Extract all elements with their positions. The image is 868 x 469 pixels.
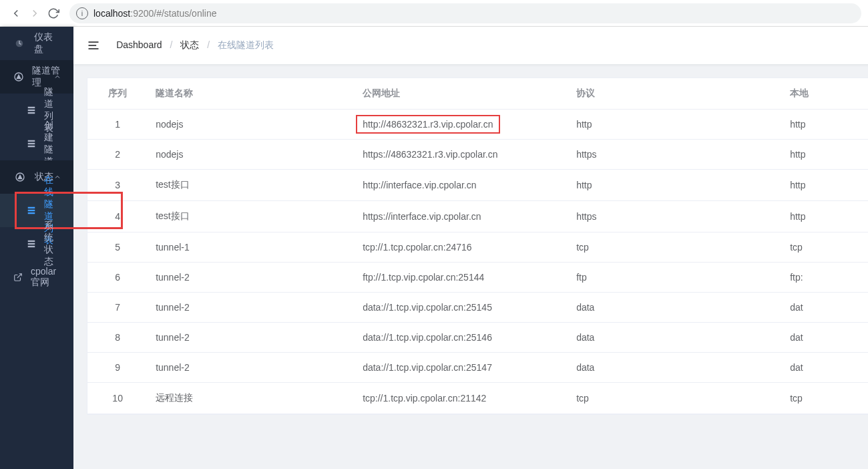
cell-proto: ftp xyxy=(568,263,782,293)
breadcrumb-status[interactable]: 状态 xyxy=(180,39,199,50)
browser-toolbar: i localhost:9200/#/status/online xyxy=(0,0,868,27)
address-bar[interactable]: i localhost:9200/#/status/online xyxy=(69,3,861,23)
header-seq: 序列 xyxy=(87,78,148,110)
cell-seq: 4 xyxy=(87,201,148,232)
table-row[interactable]: 10 远程连接 tcp://1.tcp.vip.cpolar.cn:21142 … xyxy=(87,383,868,414)
cell-proto: http xyxy=(568,170,782,201)
header-local: 本地 xyxy=(782,78,868,110)
svg-rect-19 xyxy=(89,45,97,46)
header-name: 隧道名称 xyxy=(148,78,355,110)
table-row[interactable]: 5 tunnel-1 tcp://1.tcp.cpolar.cn:24716 t… xyxy=(87,232,868,263)
cell-seq: 10 xyxy=(87,383,148,414)
header-proto: 协议 xyxy=(568,78,782,110)
svg-line-17 xyxy=(17,274,21,278)
cell-name: tunnel-2 xyxy=(148,293,355,323)
cell-url: https://48632321.r3.vip.cpolar.cn xyxy=(355,140,568,170)
menu-toggle-button[interactable] xyxy=(87,39,103,52)
svg-marker-10 xyxy=(18,175,21,178)
cell-local: http xyxy=(782,110,868,140)
cell-local: dat xyxy=(782,293,868,323)
cell-name: tunnel-2 xyxy=(148,263,355,293)
breadcrumb-current: 在线隧道列表 xyxy=(218,39,274,50)
sidebar-item-online-list[interactable]: 在线隧道列表 xyxy=(0,194,73,227)
table-row[interactable]: 8 tunnel-2 data://1.tcp.vip.cpolar.cn:25… xyxy=(87,323,868,353)
table-row[interactable]: 3 test接口 http://interface.vip.cpolar.cn … xyxy=(87,170,868,201)
svg-rect-3 xyxy=(28,107,35,108)
reload-icon xyxy=(47,7,59,19)
cell-seq: 7 xyxy=(87,293,148,323)
dashboard-icon xyxy=(13,38,26,49)
svg-rect-15 xyxy=(28,243,35,245)
svg-rect-20 xyxy=(89,48,99,49)
sidebar-item-create-tunnel[interactable]: 创建隧道 xyxy=(0,127,73,160)
cell-local: ftp: xyxy=(782,263,868,293)
cell-url: http://interface.vip.cpolar.cn xyxy=(355,170,568,201)
list-icon xyxy=(27,206,36,215)
compass-icon xyxy=(13,172,27,182)
compass-icon xyxy=(13,71,24,82)
cell-seq: 2 xyxy=(87,140,148,170)
table-row[interactable]: 2 nodejs https://48632321.r3.vip.cpolar.… xyxy=(87,140,868,170)
topbar: Dashboard / 状态 / 在线隧道列表 xyxy=(73,27,868,64)
sidebar-item-cpolar-site[interactable]: cpolar官网 xyxy=(0,261,73,294)
cell-local: dat xyxy=(782,353,868,383)
breadcrumb-separator: / xyxy=(170,39,173,50)
url-path: :9200/#/status/online xyxy=(130,8,216,19)
svg-rect-4 xyxy=(28,110,35,111)
cell-local: dat xyxy=(782,323,868,353)
external-link-icon xyxy=(13,273,23,282)
svg-rect-12 xyxy=(28,210,35,211)
forward-button[interactable] xyxy=(25,4,44,23)
back-button[interactable] xyxy=(7,4,25,23)
reload-button[interactable] xyxy=(44,4,63,23)
cell-name: tunnel-2 xyxy=(148,353,355,383)
cell-local: tcp xyxy=(782,383,868,414)
sidebar-item-tunnel-list[interactable]: 隧道列表 xyxy=(0,94,73,127)
sidebar: 仪表盘 隧道管理 隧道列表 创建隧道 xyxy=(0,27,73,469)
cell-name: test接口 xyxy=(148,201,355,232)
svg-rect-13 xyxy=(28,212,35,214)
cell-name: nodejs xyxy=(148,140,355,170)
cell-seq: 1 xyxy=(87,110,148,140)
list-icon xyxy=(27,106,36,115)
table-row[interactable]: 1 nodejs http://48632321.r3.vip.cpolar.c… xyxy=(87,110,868,140)
cell-proto: data xyxy=(568,323,782,353)
breadcrumb: Dashboard / 状态 / 在线隧道列表 xyxy=(116,39,274,51)
sidebar-item-status[interactable]: 状态 xyxy=(0,160,73,194)
cell-local: tcp xyxy=(782,232,868,263)
url-host: localhost xyxy=(93,8,130,19)
cell-seq: 6 xyxy=(87,263,148,293)
cell-url: tcp://1.tcp.cpolar.cn:24716 xyxy=(355,232,568,263)
breadcrumb-dashboard[interactable]: Dashboard xyxy=(116,39,162,50)
cell-name: nodejs xyxy=(148,110,355,140)
cell-proto: http xyxy=(568,110,782,140)
cell-name: test接口 xyxy=(148,170,355,201)
cell-proto: https xyxy=(568,140,782,170)
svg-rect-18 xyxy=(89,41,99,43)
table-row[interactable]: 9 tunnel-2 data://1.tcp.vip.cpolar.cn:25… xyxy=(87,353,868,383)
cell-name: tunnel-2 xyxy=(148,323,355,353)
table-row[interactable]: 6 tunnel-2 ftp://1.tcp.vip.cpolar.cn:251… xyxy=(87,263,868,293)
cell-local: http xyxy=(782,170,868,201)
svg-rect-11 xyxy=(28,207,35,208)
list-icon xyxy=(27,239,36,249)
cell-proto: tcp xyxy=(568,232,782,263)
table-row[interactable]: 7 tunnel-2 data://1.tcp.vip.cpolar.cn:25… xyxy=(87,293,868,323)
cell-name: 远程连接 xyxy=(148,383,355,414)
cell-url: ftp://1.tcp.vip.cpolar.cn:25144 xyxy=(355,263,568,293)
cell-url: tcp://1.tcp.vip.cpolar.cn:21142 xyxy=(355,383,568,414)
table-row[interactable]: 4 test接口 https://interface.vip.cpolar.cn… xyxy=(87,201,868,232)
sidebar-item-dashboard[interactable]: 仪表盘 xyxy=(0,27,73,60)
svg-rect-14 xyxy=(28,241,35,242)
header-url: 公网地址 xyxy=(355,78,568,110)
cell-url: http://48632321.r3.vip.cpolar.cn xyxy=(355,110,568,140)
cell-seq: 8 xyxy=(87,323,148,353)
svg-rect-6 xyxy=(28,140,35,142)
svg-rect-7 xyxy=(28,143,35,144)
tunnel-table: 序列 隧道名称 公网地址 协议 本地 1 nodejs http://48632… xyxy=(87,77,868,415)
svg-rect-5 xyxy=(28,112,35,114)
cell-url: data://1.tcp.vip.cpolar.cn:25147 xyxy=(355,353,568,383)
sidebar-item-system-status[interactable]: 系统状态 xyxy=(0,227,73,261)
sidebar-item-tunnel-mgmt[interactable]: 隧道管理 xyxy=(0,60,73,94)
sidebar-item-label: cpolar官网 xyxy=(31,266,60,289)
